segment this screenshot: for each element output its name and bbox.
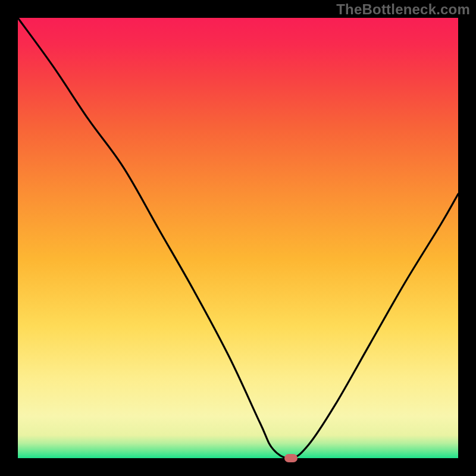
optimum-marker: [284, 454, 298, 462]
gradient-rect: [18, 18, 458, 458]
chart-frame: TheBottleneck.com: [0, 0, 476, 476]
watermark-text: TheBottleneck.com: [336, 1, 470, 18]
chart-svg: [18, 18, 458, 458]
plot-area: [18, 18, 458, 458]
